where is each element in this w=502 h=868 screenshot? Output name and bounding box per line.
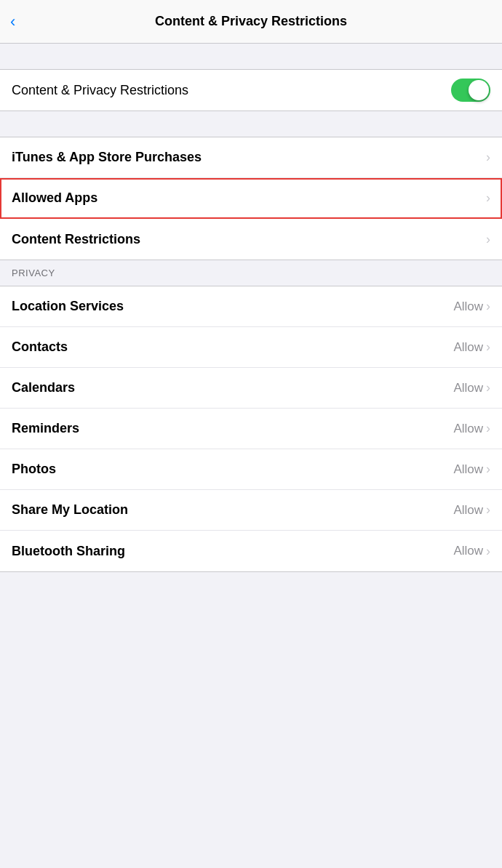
calendars-row-right: Allow ›: [453, 380, 490, 395]
mid-gap-2: PRIVACY: [0, 260, 502, 286]
itunes-row-right: ›: [486, 150, 490, 165]
reminders-chevron-icon: ›: [486, 421, 490, 436]
content-restrictions-row[interactable]: Content Restrictions ›: [0, 219, 502, 260]
share-my-location-value: Allow: [453, 503, 483, 518]
top-gap: [0, 44, 502, 69]
bluetooth-sharing-row[interactable]: Bluetooth Sharing Allow ›: [0, 531, 502, 571]
calendars-row[interactable]: Calendars Allow ›: [0, 368, 502, 409]
photos-label: Photos: [12, 462, 56, 477]
bluetooth-sharing-row-right: Allow ›: [453, 544, 490, 559]
reminders-row-right: Allow ›: [453, 421, 490, 436]
location-services-row-right: Allow ›: [453, 299, 490, 314]
privacy-header-label: PRIVACY: [12, 268, 55, 278]
itunes-purchases-label: iTunes & App Store Purchases: [12, 150, 202, 165]
allowed-apps-row-right: ›: [486, 190, 490, 206]
share-my-location-row-right: Allow ›: [453, 502, 490, 518]
contacts-value: Allow: [453, 340, 483, 355]
reminders-row[interactable]: Reminders Allow ›: [0, 409, 502, 449]
share-my-location-row[interactable]: Share My Location Allow ›: [0, 490, 502, 531]
location-services-label: Location Services: [12, 299, 124, 314]
privacy-section: Location Services Allow › Contacts Allow…: [0, 286, 502, 572]
main-section: iTunes & App Store Purchases › Allowed A…: [0, 137, 502, 260]
mid-gap-1: [0, 111, 502, 137]
contacts-row-right: Allow ›: [453, 339, 490, 355]
content-privacy-label: Content & Privacy Restrictions: [12, 83, 188, 98]
content-privacy-toggle-row: Content & Privacy Restrictions: [0, 70, 502, 110]
reminders-label: Reminders: [12, 421, 79, 436]
itunes-chevron-icon: ›: [486, 150, 490, 165]
content-restrictions-chevron-icon: ›: [486, 232, 490, 247]
back-button[interactable]: ‹: [10, 14, 17, 30]
share-my-location-label: Share My Location: [12, 502, 128, 518]
content-restrictions-label: Content Restrictions: [12, 232, 140, 247]
bluetooth-sharing-label: Bluetooth Sharing: [12, 544, 125, 559]
calendars-label: Calendars: [12, 380, 75, 395]
allowed-apps-row[interactable]: Allowed Apps ›: [0, 178, 502, 219]
navigation-bar: ‹ Content & Privacy Restrictions: [0, 0, 502, 44]
location-services-value: Allow: [453, 300, 483, 314]
bluetooth-sharing-chevron-icon: ›: [486, 544, 490, 559]
share-my-location-chevron-icon: ›: [486, 502, 490, 518]
itunes-purchases-row[interactable]: iTunes & App Store Purchases ›: [0, 137, 502, 178]
location-services-row[interactable]: Location Services Allow ›: [0, 286, 502, 327]
allowed-apps-chevron-icon: ›: [486, 190, 490, 206]
photos-chevron-icon: ›: [486, 462, 490, 477]
contacts-label: Contacts: [12, 339, 68, 355]
photos-row-right: Allow ›: [453, 462, 490, 477]
content-privacy-toggle[interactable]: [451, 79, 490, 102]
content-restrictions-row-right: ›: [486, 232, 490, 247]
reminders-value: Allow: [453, 422, 483, 436]
location-services-chevron-icon: ›: [486, 299, 490, 314]
photos-row[interactable]: Photos Allow ›: [0, 449, 502, 490]
calendars-value: Allow: [453, 381, 483, 395]
privacy-section-header: PRIVACY: [0, 260, 502, 284]
page-title: Content & Privacy Restrictions: [155, 14, 347, 29]
contacts-chevron-icon: ›: [486, 339, 490, 355]
toggle-knob: [469, 80, 489, 100]
photos-value: Allow: [453, 462, 483, 477]
contacts-row[interactable]: Contacts Allow ›: [0, 327, 502, 368]
calendars-chevron-icon: ›: [486, 380, 490, 395]
back-chevron-icon: ‹: [10, 14, 15, 30]
toggle-section: Content & Privacy Restrictions: [0, 69, 502, 111]
bluetooth-sharing-value: Allow: [453, 544, 483, 558]
allowed-apps-label: Allowed Apps: [12, 190, 97, 206]
